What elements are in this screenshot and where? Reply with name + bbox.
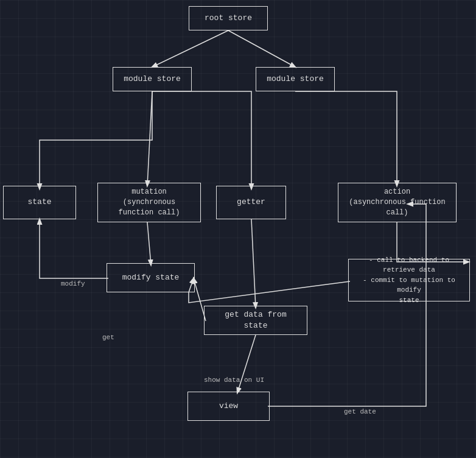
svg-line-8	[237, 335, 256, 393]
module-store-left-node: module store	[113, 67, 192, 91]
get-label: get	[102, 334, 114, 341]
module-store-right-node: module store	[256, 67, 335, 91]
modify-state-node: modify state	[107, 263, 195, 292]
svg-line-4	[147, 91, 152, 186]
mutation-node: mutation(synchronous function call)	[97, 183, 201, 222]
get-data-node: get data from state	[204, 306, 307, 335]
view-node: view	[187, 392, 270, 421]
svg-line-3	[228, 30, 295, 67]
state-node: state	[3, 186, 76, 219]
svg-line-6	[251, 219, 256, 308]
diagram: root store module store module store sta…	[0, 0, 476, 458]
svg-line-5	[147, 222, 151, 265]
show-data-label: show data on UI	[204, 376, 264, 384]
get-date-label: get date	[344, 408, 376, 415]
getter-node: getter	[216, 186, 286, 219]
svg-line-2	[152, 30, 228, 67]
root-store-node: root store	[189, 6, 268, 30]
action-node: action(asynchronous function call)	[338, 183, 457, 222]
arrows-layer	[0, 0, 476, 458]
modify-label: modify	[61, 280, 85, 287]
action-detail-node: - call to backend to retrieve data- comm…	[348, 259, 470, 301]
